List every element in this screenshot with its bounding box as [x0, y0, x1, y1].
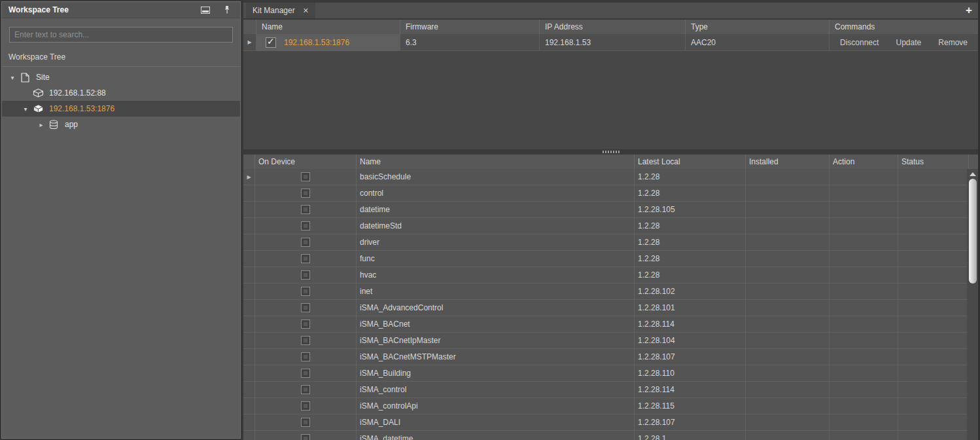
row-indicator-cell: [243, 284, 255, 299]
col-ip-address[interactable]: IP Address: [540, 20, 686, 34]
tab-kit-manager[interactable]: Kit Manager ✕: [246, 3, 315, 18]
on-device-cell: [255, 316, 357, 332]
kit-table-row[interactable]: driver 1.2.28: [243, 234, 968, 251]
kit-latest-local: 1.2.28.110: [635, 365, 746, 381]
on-device-checkbox[interactable]: [301, 418, 310, 427]
kit-table-row[interactable]: datetime 1.2.28.105: [243, 202, 968, 218]
update-button[interactable]: Update: [896, 38, 921, 47]
kit-table-row[interactable]: iSMA_controlApi 1.2.28.115: [243, 398, 968, 414]
kit-table-row[interactable]: control 1.2.28: [243, 185, 968, 202]
search-input[interactable]: [9, 27, 233, 43]
on-device-checkbox[interactable]: [301, 303, 310, 312]
scrollbar-thumb[interactable]: [969, 179, 977, 284]
kit-table-row[interactable]: iSMA_DALI 1.2.28.107: [243, 414, 968, 431]
on-device-checkbox[interactable]: [301, 336, 310, 345]
kit-table-row[interactable]: func 1.2.28: [243, 251, 968, 267]
tab-bar: Kit Manager ✕ +: [243, 0, 978, 20]
remove-button[interactable]: Remove: [938, 38, 968, 47]
pin-icon[interactable]: [223, 5, 231, 14]
col-commands[interactable]: Commands: [830, 20, 978, 34]
device-type: AAC20: [686, 34, 830, 50]
chevron-right-icon[interactable]: ▸: [36, 121, 46, 128]
kit-table-row[interactable]: iSMA_datetime 1.2.28.1: [243, 431, 968, 440]
kit-table-row[interactable]: iSMA_BACnet 1.2.28.114: [243, 316, 968, 333]
kit-table-row[interactable]: inet 1.2.28.102: [243, 284, 968, 300]
chevron-down-icon[interactable]: ▾: [7, 74, 18, 81]
on-device-cell: [255, 333, 357, 348]
row-indicator-cell: [243, 218, 255, 234]
on-device-checkbox[interactable]: [301, 205, 310, 214]
device-name-cell[interactable]: ✓ 192.168.1.53:1876: [256, 34, 400, 50]
kit-table-row[interactable]: datetimeStd 1.2.28: [243, 218, 968, 234]
col-kit-name[interactable]: Name: [357, 155, 635, 169]
kit-installed: [746, 202, 830, 217]
col-firmware[interactable]: Firmware: [400, 20, 540, 34]
kit-table-row[interactable]: iSMA_control 1.2.28.114: [243, 382, 968, 398]
col-status[interactable]: Status: [898, 155, 969, 169]
kit-table-row[interactable]: hvac 1.2.28: [243, 267, 968, 284]
col-latest-local[interactable]: Latest Local: [635, 155, 746, 169]
on-device-checkbox[interactable]: [301, 369, 310, 378]
kit-status: [898, 218, 969, 234]
device-checkbox[interactable]: ✓: [266, 37, 276, 48]
col-name[interactable]: Name: [256, 20, 400, 34]
on-device-checkbox[interactable]: [301, 434, 310, 440]
col-type[interactable]: Type: [686, 20, 830, 34]
kit-table-header: On Device Name Latest Local Installed Ac…: [243, 155, 978, 169]
on-device-checkbox[interactable]: [301, 238, 310, 247]
chevron-down-icon[interactable]: ▾: [20, 105, 31, 113]
device-row[interactable]: ▶ ✓ 192.168.1.53:1876 6.3 192.168.1.53 A…: [243, 34, 978, 51]
tree-item-device-53[interactable]: ▾ 192.168.1.53:1876: [2, 101, 240, 117]
on-device-checkbox[interactable]: [301, 172, 310, 181]
tree-item-label: 192.168.1.53:1876: [49, 104, 114, 113]
kit-installed: [746, 398, 830, 414]
vertical-scrollbar[interactable]: [967, 169, 978, 440]
col-action[interactable]: Action: [830, 155, 898, 169]
tree-item-app[interactable]: ▸ app: [2, 117, 240, 132]
close-icon[interactable]: ✕: [303, 7, 309, 15]
on-device-checkbox[interactable]: [301, 320, 310, 329]
col-installed[interactable]: Installed: [746, 155, 830, 169]
on-device-checkbox[interactable]: [301, 221, 310, 230]
on-device-checkbox[interactable]: [301, 287, 310, 296]
disconnect-button[interactable]: Disconnect: [840, 38, 879, 47]
kit-table-row[interactable]: iSMA_AdvancedControl 1.2.28.101: [243, 300, 968, 316]
on-device-checkbox[interactable]: [301, 254, 310, 263]
on-device-checkbox[interactable]: [301, 401, 310, 411]
kit-table-row[interactable]: iSMA_Building 1.2.28.110: [243, 365, 968, 382]
on-device-cell: [255, 349, 357, 365]
window-restore-icon[interactable]: [201, 7, 210, 14]
kit-action: [830, 398, 898, 414]
on-device-checkbox[interactable]: [301, 385, 310, 394]
kit-latest-local: 1.2.28.104: [635, 333, 746, 348]
kit-table-row[interactable]: iSMA_BACnetMSTPMaster 1.2.28.107: [243, 349, 968, 365]
kit-name: hvac: [357, 267, 635, 283]
scroll-up-icon[interactable]: [970, 172, 976, 176]
kit-installed: [746, 185, 830, 201]
on-device-checkbox[interactable]: [301, 270, 310, 280]
tree-item-label: app: [65, 120, 78, 129]
kit-status: [898, 202, 969, 217]
kit-table-row[interactable]: iSMA_BACnetIpMaster 1.2.28.104: [243, 333, 968, 349]
kit-latest-local: 1.2.28: [635, 218, 746, 234]
kit-status: [898, 365, 969, 381]
tree-item-site[interactable]: ▾ Site: [2, 69, 240, 85]
on-device-checkbox[interactable]: [301, 352, 310, 361]
col-on-device[interactable]: On Device: [255, 155, 357, 169]
pane-splitter[interactable]: [243, 149, 978, 155]
kit-action: [830, 349, 898, 365]
tree-item-device-52[interactable]: 192.168.1.52:88: [2, 85, 240, 101]
kit-table-body: ▶ basicSchedule 1.2.28 control 1.2.28 da…: [243, 169, 969, 440]
add-tab-button[interactable]: +: [966, 3, 972, 18]
on-device-checkbox[interactable]: [301, 189, 310, 198]
device-ip: 192.168.1.53: [540, 34, 686, 50]
on-device-cell: [255, 284, 357, 299]
on-device-cell: [255, 300, 357, 316]
kit-latest-local: 1.2.28: [635, 267, 746, 283]
kit-table-row[interactable]: ▶ basicSchedule 1.2.28: [243, 169, 968, 185]
row-indicator-cell: [243, 333, 255, 348]
kit-latest-local: 1.2.28.107: [635, 414, 746, 430]
kit-status: [898, 185, 969, 201]
kit-latest-local: 1.2.28.114: [635, 382, 746, 397]
device-box-icon: [31, 88, 45, 98]
